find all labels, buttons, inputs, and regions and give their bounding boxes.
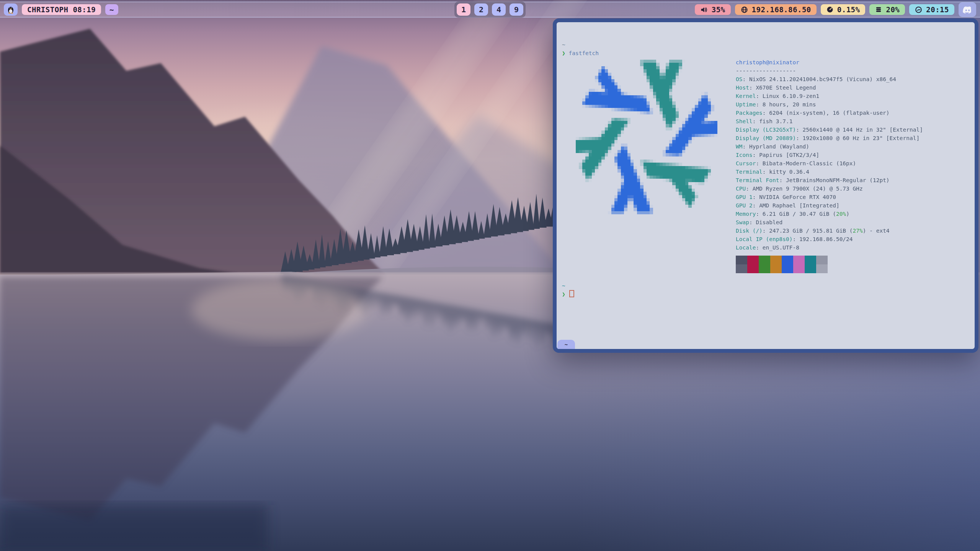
- module-text: 35%: [712, 5, 725, 14]
- fastfetch-field-row: Display (LC32G5xT): 980x551 @ 144 Hz i…: [736, 126, 923, 134]
- user-clock-label: CHRISTOPH 08:19: [27, 5, 96, 14]
- field-label: Swap: [736, 219, 749, 225]
- palette-swatch: [782, 256, 793, 264]
- workspace-label: 1: [461, 5, 466, 14]
- field-label: Locale: [736, 245, 756, 251]
- bar-module-clock[interactable]: 20:15: [909, 4, 954, 15]
- bar-module-volume[interactable]: 35%: [695, 4, 731, 15]
- fastfetch-info: christoph@nixinator ------------------ O…: [736, 58, 923, 273]
- gauge-icon: [826, 6, 834, 13]
- palette-swatch: [816, 256, 828, 264]
- palette-swatch: [759, 264, 770, 273]
- kitty-terminal-window[interactable]: ~ ❯ fastfetch christoph@nixinator ------…: [553, 18, 978, 353]
- nixos-logo: [576, 60, 717, 214]
- field-label: GPU 2: [736, 202, 753, 209]
- field-label: Host: [736, 85, 749, 91]
- field-label: Disk (/): [736, 228, 763, 234]
- field-label: Terminal: [736, 169, 763, 175]
- workspace-button-1[interactable]: 1: [457, 3, 470, 16]
- fastfetch-field-row: Uptime: 8 hours, 20 mins: [736, 100, 923, 109]
- typed-command: fastfetch: [568, 50, 599, 56]
- fastfetch-separator: ------------------: [736, 67, 923, 75]
- discord-icon: [962, 5, 973, 15]
- field-value: Linux 6.10.9-zen1: [763, 93, 819, 99]
- field-value: 6.21 GiB / 30.47 GiB (20%): [763, 211, 849, 217]
- field-value: JetBrainsMonoNFM-Regular (12pt): [786, 177, 890, 183]
- field-label: Local IP (enp8s0): [736, 236, 792, 242]
- field-value: 192.168.86.50/24: [799, 236, 853, 242]
- database-icon: [875, 6, 882, 13]
- bar-module-cpu-load[interactable]: 0.15%: [821, 4, 866, 15]
- bar-module-memory[interactable]: 20%: [869, 4, 905, 15]
- prompt-symbol: ❯: [562, 291, 565, 297]
- discord-tray-button[interactable]: [959, 2, 976, 17]
- bar-left-cluster: CHRISTOPH 08:19 ~: [4, 3, 118, 16]
- fastfetch-fields: OS: NixOS 24.11.20241004.bc947f5 (Vicuna…: [736, 75, 923, 252]
- palette-swatch: [736, 256, 747, 264]
- fastfetch-field-row: Icons: Papirus [GTK2/3/4]: [736, 151, 923, 159]
- palette-swatch: [770, 264, 782, 273]
- palette-swatch: [805, 264, 816, 273]
- fastfetch-field-row: Cursor: Bibata-Modern-Classic (16px): [736, 159, 923, 168]
- field-value: 6204 (nix-system), 16 (flatpak-user): [769, 110, 889, 116]
- field-label: Cursor: [736, 160, 756, 166]
- field-value: Hyprland (Wayland): [749, 143, 809, 150]
- palette-swatch: [793, 264, 805, 273]
- fastfetch-field-row: Local IP (enp8s0): 192.168.86.50/24: [736, 235, 923, 243]
- palette-swatch: [736, 264, 747, 273]
- workspace-button-2[interactable]: 2: [474, 3, 488, 16]
- launcher-button[interactable]: [4, 3, 18, 16]
- module-text: 192.168.86.50: [752, 5, 811, 14]
- field-value: kitty 0.36.4: [769, 169, 809, 175]
- field-label: Display (MD 20889): [736, 135, 796, 141]
- kitty-tab-bar: ~: [557, 340, 975, 349]
- fastfetch-field-row: GPU 1: NVIDIA GeForce RTX 4070: [736, 193, 923, 201]
- module-text: 20%: [886, 5, 900, 14]
- fastfetch-field-row: Shell: fish 3.7.1: [736, 117, 923, 126]
- field-label: Terminal Font: [736, 177, 779, 183]
- fastfetch-field-row: Locale: en_US.UTF-8: [736, 243, 923, 252]
- directory-badge[interactable]: ~: [105, 4, 118, 15]
- field-label: GPU 1: [736, 194, 753, 200]
- terminal-cursor: [569, 290, 574, 297]
- palette-swatch: [770, 256, 782, 264]
- field-value: 247.23 GiB / 915.81 GiB (27%) - ext4: [769, 228, 889, 234]
- fastfetch-field-row: Kernel: Linux 6.10.9-zen1: [736, 92, 923, 100]
- fastfetch-field-row: Terminal: kitty 0.36.4: [736, 168, 923, 176]
- tab-home[interactable]: ~: [557, 340, 575, 349]
- workspace-button-9[interactable]: 9: [510, 3, 523, 16]
- field-label: Uptime: [736, 101, 756, 108]
- workspace-label: 4: [497, 5, 501, 14]
- workspace-button-4[interactable]: 4: [492, 3, 506, 16]
- fastfetch-field-row: Packages: 6204 (nix-system), 16 (flatpak…: [736, 109, 923, 117]
- field-value: AMD Ryzen 9 7900X (24) @ 5.73 GHz: [753, 186, 863, 192]
- bar-module-network[interactable]: 192.168.86.50: [735, 4, 817, 15]
- module-text: 20:15: [926, 5, 949, 14]
- palette-swatch: [747, 264, 759, 273]
- field-label: Icons: [736, 152, 753, 158]
- field-value: NixOS 24.11.20241004.bc947f5 (Vicuna) x8…: [749, 76, 896, 82]
- fastfetch-field-row: Host: X670E Steel Legend: [736, 83, 923, 92]
- terminal-content: ~ ❯ fastfetch christoph@nixinator ------…: [557, 22, 975, 349]
- workspace-label: 2: [479, 5, 483, 14]
- workspace-switcher: 1249: [454, 2, 526, 18]
- field-value: fish 3.7.1: [759, 118, 792, 124]
- fastfetch-output: christoph@nixinator ------------------ O…: [562, 58, 975, 273]
- tux-icon: [6, 5, 15, 14]
- field-value: 8 hours, 20 mins: [763, 101, 816, 108]
- palette-swatch: [816, 264, 828, 273]
- palette-swatch: [805, 256, 816, 264]
- field-value: NVIDIA GeForce RTX 4070: [759, 194, 836, 200]
- fastfetch-title: christoph@nixinator: [736, 58, 923, 67]
- field-value: 1920x1080 @ 60 Hz in 23" [External]: [803, 135, 920, 141]
- top-bar: CHRISTOPH 08:19 ~ 1249 35%192.168.86.500…: [0, 2, 980, 18]
- field-value: AMD Raphael [Integrated]: [759, 202, 840, 209]
- field-value: en_US.UTF-8: [763, 245, 799, 251]
- user-clock-pill[interactable]: CHRISTOPH 08:19: [22, 4, 101, 15]
- field-label: Kernel: [736, 93, 756, 99]
- workspace-label: 9: [514, 5, 519, 14]
- terminal-color-palette: [736, 256, 923, 273]
- palette-swatch: [759, 256, 770, 264]
- palette-swatch: [747, 256, 759, 264]
- bar-right-cluster: 35%192.168.86.500.15%20%20:15: [695, 2, 976, 17]
